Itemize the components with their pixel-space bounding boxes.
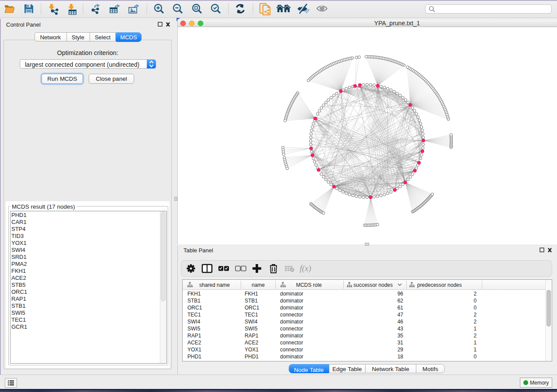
svg-text:f(x): f(x)	[300, 264, 311, 273]
